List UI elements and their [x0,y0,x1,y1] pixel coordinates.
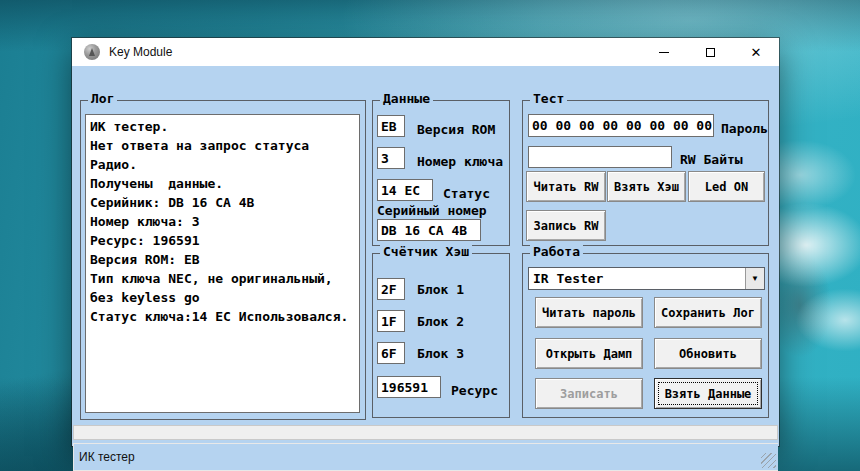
password-field[interactable]: 00 00 00 00 00 00 00 00 [528,114,714,137]
rw-bytes-label: RW Байты [680,152,743,167]
rom-version-label: Версия ROM [417,122,495,137]
status-field[interactable]: 14 EC [377,179,433,201]
maximize-icon [706,48,715,57]
status-label: Статус [443,186,490,201]
close-button[interactable]: ✕ [733,38,779,66]
log-textarea[interactable]: ИК тестер. Нет ответа на запрос статуса … [85,114,360,413]
save-log-button[interactable]: Сохранить Лог [654,297,762,328]
block1-field[interactable]: 2F [377,278,405,300]
data-group: Данные EB Версия ROM 3 Номер ключа 14 EC… [372,100,510,246]
app-icon [84,44,100,60]
block2-label: Блок 2 [417,314,464,329]
app-window: Key Module ✕ Лог ИК тестер. Нет ответа н… [72,38,779,446]
resize-grip-icon[interactable] [761,453,776,468]
led-on-button[interactable]: Led ON [688,171,765,202]
desktop-wallpaper: Key Module ✕ Лог ИК тестер. Нет ответа н… [0,0,860,471]
read-rw-button[interactable]: Читать RW [526,171,606,202]
data-group-title: Данные [380,92,433,106]
resource-field[interactable]: 196591 [377,376,441,398]
mode-select-value: IR Tester [529,268,745,289]
mode-select[interactable]: IR Tester ▼ [528,267,765,290]
test-group: Тест 00 00 00 00 00 00 00 00 Пароль RW Б… [522,100,769,246]
serial-number-label: Серийный номер [377,203,487,218]
work-group-title: Работа [530,245,583,259]
client-area: Лог ИК тестер. Нет ответа на запрос стат… [72,66,779,446]
write-rw-button[interactable]: Запись RW [526,210,606,241]
block2-field[interactable]: 1F [377,310,405,332]
minimize-icon [659,52,669,53]
status-bar-text: ИК тестер [74,450,135,464]
minimize-button[interactable] [641,38,687,66]
hash-counter-group-title: Счётчик Хэш [380,245,472,259]
password-label: Пароль [721,121,768,136]
open-dump-button[interactable]: Открыть Дамп [535,338,643,369]
status-bar: ИК тестер [73,443,778,471]
get-hash-button[interactable]: Взять Хэш [607,171,686,202]
refresh-button[interactable]: Обновить [654,338,762,369]
get-data-button[interactable]: Взять Данные [654,378,762,409]
log-group: Лог ИК тестер. Нет ответа на запрос стат… [80,100,366,420]
serial-number-field[interactable]: DB 16 CA 4B [377,219,481,241]
resource-label: Ресурс [451,383,498,398]
window-title: Key Module [109,45,172,59]
test-group-title: Тест [530,92,567,106]
rom-version-field[interactable]: EB [377,115,405,137]
log-group-title: Лог [88,92,117,106]
key-number-field[interactable]: 3 [377,147,405,169]
dropdown-arrow-icon[interactable]: ▼ [745,268,764,289]
block3-field[interactable]: 6F [377,342,405,364]
write-button[interactable]: Записать [535,378,643,409]
close-icon: ✕ [751,46,762,59]
caption-buttons: ✕ [641,38,779,66]
maximize-button[interactable] [687,38,733,66]
read-password-button[interactable]: Читать пароль [535,297,643,328]
hash-counter-group: Счётчик Хэш 2F Блок 1 1F Блок 2 6F Блок … [372,253,510,418]
rw-bytes-field[interactable] [528,146,672,168]
work-group: Работа IR Tester ▼ Читать пароль Сохрани… [522,253,769,418]
title-bar: Key Module ✕ [72,38,779,66]
block1-label: Блок 1 [417,282,464,297]
block3-label: Блок 3 [417,346,464,361]
progress-strip [73,425,778,440]
key-number-label: Номер ключа [417,154,503,169]
